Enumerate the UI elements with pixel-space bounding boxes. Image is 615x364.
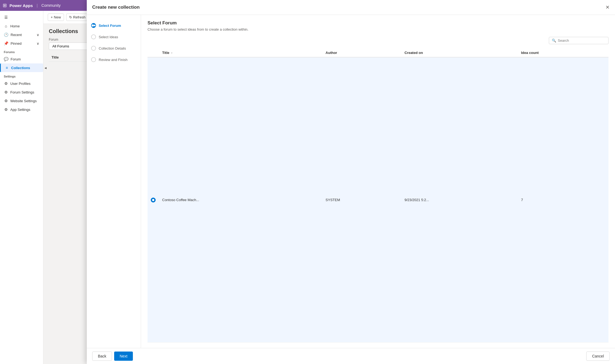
sidebar-item-website-settings[interactable]: ⚙ Website Settings (0, 96, 43, 105)
wizard-step-select-forum[interactable]: Select Forum (87, 20, 141, 31)
forum-select[interactable]: All Forums (49, 43, 92, 50)
wizard-step-review-finish[interactable]: Review and Finish (87, 54, 141, 65)
sidebar-user-profiles-label: User Profiles (10, 82, 30, 86)
section-desc: Choose a forum to select ideas from to c… (148, 27, 608, 31)
refresh-label: Refresh (73, 15, 86, 19)
row-author: SYSTEM (322, 57, 401, 343)
cancel-button[interactable]: Cancel (586, 352, 610, 361)
col-created-on-header: Created on (401, 49, 518, 57)
wizard-steps: Select Forum Select Ideas Collection Det… (87, 15, 141, 348)
modal-footer: Back Next Cancel (87, 348, 615, 364)
step-label-collection-details: Collection Details (99, 46, 126, 50)
sidebar-item-forum-settings[interactable]: ⚙ Forum Settings (0, 88, 43, 96)
section-title: Select Forum (148, 20, 608, 26)
row-radio-cell[interactable] (148, 57, 159, 343)
sidebar-home-label: Home (10, 24, 20, 28)
refresh-icon: ↻ (69, 15, 72, 19)
menu-icon: ☰ (4, 15, 8, 20)
new-button[interactable]: + New (48, 14, 64, 21)
forum-icon: 💬 (4, 57, 8, 61)
sidebar-item-home[interactable]: ⌂ Home (0, 22, 43, 30)
settings-section-label: Settings (0, 72, 43, 79)
step-circle-select-forum (91, 23, 96, 28)
sidebar-item-pinned[interactable]: 📌 Pinned ∨ (0, 39, 43, 48)
row-created-on: 9/23/2021 5:2... (401, 57, 518, 343)
wizard-step-select-ideas[interactable]: Select Ideas (87, 32, 141, 42)
sidebar-item-user-profiles[interactable]: ⚙ User Profiles (0, 79, 43, 88)
row-title: Contoso Coffee Mach... (159, 57, 322, 343)
recent-icon: 🕐 (4, 33, 8, 37)
website-settings-icon: ⚙ (4, 99, 8, 103)
step-label-select-ideas: Select Ideas (99, 35, 118, 39)
modal-header: Create new collection ✕ (87, 0, 615, 15)
sidebar-collections-label: Collections (11, 66, 30, 70)
sidebar: ☰ ⌂ Home 🕐 Recent ∨ 📌 Pinned ∨ Forums 💬 … (0, 11, 43, 364)
forum-table: Title ↑ Author Created on Idea count Con… (148, 49, 608, 343)
forums-section-label: Forums (0, 48, 43, 55)
scroll-left-icon[interactable]: ◀ (44, 66, 47, 69)
sidebar-forum-settings-label: Forum Settings (10, 90, 34, 94)
search-icon: 🔍 (552, 38, 556, 43)
col-author-header: Author (322, 49, 401, 57)
search-bar[interactable]: 🔍 (549, 37, 608, 44)
row-idea-count: 7 (518, 57, 608, 343)
step-circle-collection-details (91, 46, 96, 51)
col-idea-count-header: Idea count (518, 49, 608, 57)
sidebar-item-menu[interactable]: ☰ (0, 13, 43, 22)
title-sort-icon: ↑ (171, 51, 172, 54)
pinned-icon: 📌 (4, 41, 8, 46)
modal-body: Select Forum Select Ideas Collection Det… (87, 15, 615, 348)
forum-settings-icon: ⚙ (4, 90, 8, 94)
recent-arrow-icon: ∨ (37, 33, 39, 37)
sidebar-pinned-label: Pinned (11, 41, 21, 46)
next-button[interactable]: Next (114, 352, 133, 361)
forum-table-row[interactable]: Contoso Coffee Mach... SYSTEM 9/23/2021 … (148, 57, 608, 343)
modal-close-button[interactable]: ✕ (606, 4, 610, 10)
row-radio-selected[interactable] (151, 198, 156, 202)
modal-title: Create new collection (92, 5, 140, 10)
sidebar-item-app-settings[interactable]: ⚙ App Settings (0, 105, 43, 114)
refresh-button[interactable]: ↻ Refresh (66, 14, 89, 21)
sidebar-item-recent[interactable]: 🕐 Recent ∨ (0, 30, 43, 39)
brand-label: Power Apps (9, 3, 33, 8)
sidebar-item-collections[interactable]: ≡ Collections (0, 63, 43, 72)
footer-left: Back Next (92, 352, 133, 361)
step-label-review-finish: Review and Finish (99, 58, 127, 62)
sidebar-recent-label: Recent (11, 33, 22, 37)
home-icon: ⌂ (4, 24, 8, 28)
topbar-separator: | (37, 3, 38, 8)
step-circle-review-finish (91, 57, 96, 62)
app-settings-icon: ⚙ (4, 107, 8, 112)
sidebar-app-settings-label: App Settings (10, 108, 30, 112)
sidebar-website-settings-label: Website Settings (10, 99, 37, 103)
sidebar-forum-label: Forum (11, 57, 21, 61)
step-circle-select-ideas (91, 34, 96, 39)
new-label: New (54, 15, 61, 19)
user-profiles-icon: ⚙ (4, 81, 8, 86)
pinned-arrow-icon: ∨ (37, 41, 39, 46)
wizard-step-collection-details[interactable]: Collection Details (87, 43, 141, 53)
col-title-header[interactable]: Title ↑ (159, 49, 322, 57)
back-button[interactable]: Back (92, 352, 112, 361)
search-input[interactable] (558, 38, 606, 43)
community-label: Community (41, 3, 61, 8)
step-label-select-forum: Select Forum (99, 24, 121, 28)
sidebar-item-forum[interactable]: 💬 Forum (0, 55, 43, 63)
modal: Create new collection ✕ Select Forum Sel… (87, 0, 615, 364)
wizard-content: Select Forum Choose a forum to select id… (141, 15, 615, 348)
new-icon: + (51, 15, 53, 19)
collections-icon: ≡ (5, 66, 9, 70)
grid-icon[interactable]: ⊞ (3, 2, 7, 8)
col-radio-header (148, 49, 159, 57)
